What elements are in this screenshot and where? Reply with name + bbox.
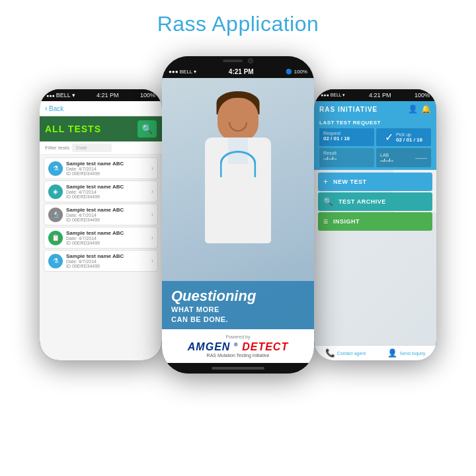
pickup-date: 02 / 01 / 18 (396, 137, 422, 143)
lab-value: --/--/-- (380, 157, 393, 163)
left-header: ‹ Back (40, 101, 162, 116)
chevron-right-icon: › (151, 257, 153, 264)
left-screen: ‹ Back ALL TESTS 🔍 Filter tests Date (40, 101, 162, 360)
right-battery: 100% (415, 92, 430, 99)
chevron-right-icon: › (151, 165, 153, 172)
phone-icon: 📞 (325, 348, 335, 358)
checkmark-icon: ✓ (385, 131, 393, 143)
top-notch (162, 56, 314, 65)
test-archive-label: TEST ARCHIVE (338, 198, 386, 205)
request-date: 02 / 01 / 18 (323, 136, 370, 141)
insight-label: INSIGHT (333, 218, 360, 225)
insight-icon: ≡ (323, 217, 328, 226)
test-grid: Request 02 / 01 / 18 ✓ Pick up 02 / 01 /… (319, 128, 431, 167)
center-status-bar: ●●● BELL ▾ 4:21 PM 🔵 100% (162, 65, 314, 78)
list-item[interactable]: 🔬 Sample test name ABC Date: 4/7/2014 ID… (44, 204, 158, 225)
result-value: --/--/-- (323, 155, 370, 161)
center-battery: 🔵 100% (286, 69, 307, 75)
person-icon: 👤 (387, 348, 397, 358)
back-arrow-icon: ‹ (45, 104, 48, 113)
test-icon: 📋 (48, 231, 63, 245)
list-item[interactable]: ⚗ Sample test name ABC Date: 4/7/2014 ID… (44, 157, 158, 179)
plus-icon: + (323, 177, 328, 186)
list-item[interactable]: 📋 Sample test name ABC Date: 4/7/2014 ID… (44, 227, 158, 249)
questioning-title: Questioning (171, 288, 305, 305)
center-carrier: ●●● BELL ▾ (169, 69, 196, 75)
right-screen: RAS INITIATIVE 👤 🔔 LAST TEST REQUEST Req… (314, 101, 436, 360)
doctor-illustration (185, 88, 291, 260)
insight-button[interactable]: ≡ INSIGHT (318, 212, 432, 231)
filter-bar: Filter tests Date (40, 141, 162, 155)
filter-label: Filter tests (45, 145, 69, 151)
inquiry-label: Send inquiry (399, 351, 425, 356)
result-cell: Result --/--/-- (319, 148, 374, 167)
left-phone: ●●● BELL ▾ 4:21 PM 100% ‹ Back ALL TESTS… (40, 89, 162, 360)
chevron-right-icon: › (151, 188, 153, 195)
center-time: 4:21 PM (229, 68, 254, 75)
right-footer: 📞 Contact agent 👤 Send inquiry (314, 345, 436, 360)
back-button[interactable]: ‹ Back (45, 104, 157, 113)
user-icon: 👤 (408, 104, 418, 114)
test-archive-button[interactable]: 🔍 TEST ARCHIVE (318, 192, 432, 211)
left-time: 4:21 PM (97, 92, 119, 99)
speaker (223, 60, 243, 62)
archive-icon: 🔍 (323, 197, 333, 206)
all-tests-label: ALL TESTS (45, 124, 101, 134)
list-item[interactable]: ◈ Sample test name ABC Date: 4/7/2014 ID… (44, 180, 158, 202)
contact-label: Contact agent (337, 351, 366, 356)
test-list: ⚗ Sample test name ABC Date: 4/7/2014 ID… (40, 155, 162, 360)
powered-by-label: Powered by (226, 335, 251, 339)
filter-date-input[interactable]: Date (72, 143, 112, 152)
test-icon: ⚗ (48, 254, 63, 268)
left-carrier: ●●● BELL ▾ (46, 92, 75, 99)
chevron-right-icon: › (151, 234, 153, 241)
pickup-label: Pick up (396, 132, 422, 137)
right-phone: ●●● BELL ▾ 4:21 PM 100% RAS INITIATIVE 👤… (314, 89, 436, 360)
test-icon: ◈ (48, 184, 63, 199)
amgen-logo: AMGEN ® DETECT (188, 341, 288, 353)
test-icon: 🔬 (48, 208, 63, 222)
amgen-footer: Powered by AMGEN ® DETECT RAS Mutation T… (162, 329, 314, 363)
last-test-section: LAST TEST REQUEST Request 02 / 01 / 18 ✓… (314, 117, 436, 170)
action-buttons: + NEW TEST 🔍 TEST ARCHIVE ≡ INSIGHT (314, 170, 436, 345)
ras-header: RAS INITIATIVE 👤 🔔 (314, 101, 436, 117)
check-cell: ✓ Pick up 02 / 01 / 18 (376, 128, 431, 146)
list-item[interactable]: ⚗ Sample test name ABC Date: 4/7/2014 ID… (44, 250, 158, 272)
last-test-label: LAST TEST REQUEST (319, 120, 431, 126)
send-inquiry-button[interactable]: 👤 Send inquiry (387, 348, 425, 358)
left-status-bar: ●●● BELL ▾ 4:21 PM 100% (40, 89, 162, 101)
center-screen: Questioning WHAT MORE CAN BE DONE. Power… (162, 78, 314, 363)
lab-cell: LAB --/--/-- — (376, 148, 431, 167)
right-status-bar: ●●● BELL ▾ 4:21 PM 100% (314, 89, 436, 101)
ras-tag: RAS Mutation Testing Initiative (207, 353, 270, 358)
contact-agent-button[interactable]: 📞 Contact agent (325, 348, 366, 358)
lab-label: LAB (380, 153, 393, 157)
phones-container: ●●● BELL ▾ 4:21 PM 100% ‹ Back ALL TESTS… (0, 43, 476, 453)
questioning-banner: Questioning WHAT MORE CAN BE DONE. (162, 281, 314, 329)
new-test-button[interactable]: + NEW TEST (318, 173, 432, 191)
right-time: 4:21 PM (369, 92, 391, 99)
search-icon: 🔍 (141, 124, 153, 134)
bell-icon: 🔔 (421, 104, 431, 114)
result-label: Result (323, 151, 370, 155)
chevron-right-icon: › (151, 211, 153, 218)
test-icon: ⚗ (48, 161, 63, 176)
ras-title: RAS INITIATIVE (319, 106, 377, 113)
request-cell: Request 02 / 01 / 18 (319, 128, 374, 146)
search-button[interactable]: 🔍 (138, 120, 157, 138)
center-phone: ●●● BELL ▾ 4:21 PM 🔵 100% (162, 56, 314, 374)
home-bar (162, 363, 314, 374)
new-test-label: NEW TEST (333, 178, 367, 185)
request-label: Request (323, 131, 370, 136)
all-tests-bar: ALL TESTS 🔍 (40, 116, 162, 141)
right-carrier: ●●● BELL ▾ (321, 93, 345, 98)
home-indicator (212, 367, 264, 370)
questioning-subtitle: WHAT MORE CAN BE DONE. (171, 305, 305, 324)
page-title: Rass Application (157, 12, 319, 36)
camera (248, 58, 253, 63)
left-battery: 100% (140, 92, 155, 99)
center-bottom-overlay: Questioning WHAT MORE CAN BE DONE. Power… (162, 281, 314, 363)
